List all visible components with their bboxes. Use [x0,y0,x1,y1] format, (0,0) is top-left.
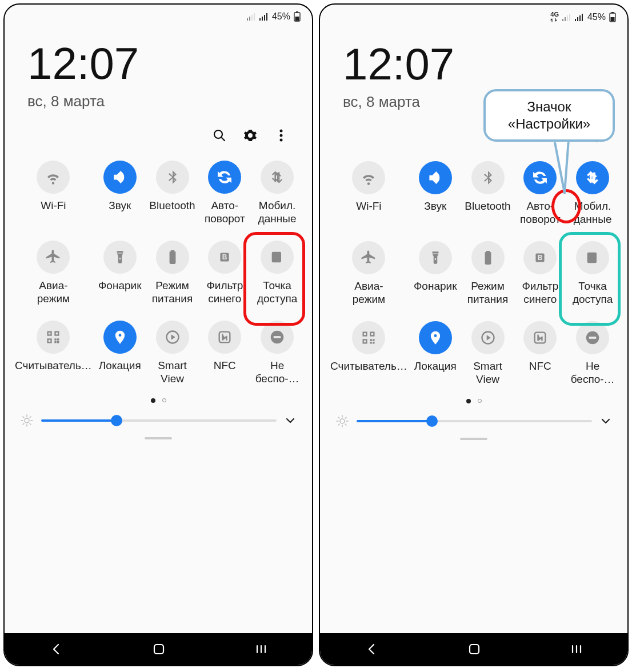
nav-bar [5,633,312,665]
smartview-icon[interactable] [471,321,505,354]
chevron-down-icon[interactable] [600,415,611,427]
airplane-icon[interactable] [37,241,70,274]
bluefilter-icon[interactable]: B [208,241,241,274]
tile-label: Мобил. данные [257,199,298,226]
tile-powermode[interactable]: Режим питания [462,238,514,313]
tile-flashlight[interactable]: Фонарик [94,237,146,313]
dnd-icon[interactable] [261,321,294,354]
bluetooth-icon[interactable] [156,161,189,194]
sound-icon[interactable] [103,161,137,194]
tile-label: Считыватель… [14,359,93,386]
svg-rect-0 [247,18,248,21]
tile-smartview[interactable]: Smart View [462,318,514,393]
airplane-icon[interactable] [352,241,385,274]
home-icon[interactable] [468,643,481,655]
slider-thumb[interactable] [426,415,438,427]
location-icon[interactable] [419,321,452,354]
drag-handle[interactable] [145,437,172,439]
action-row [5,116,312,153]
mobiledata-icon[interactable] [576,161,609,194]
tile-bluefilter[interactable]: BФильтр синего [199,237,250,313]
tile-location[interactable]: Локация [94,317,146,393]
brightness-slider[interactable] [357,420,592,422]
hotspot-icon[interactable] [261,241,294,274]
nfc-icon[interactable] [523,321,557,354]
wifi-icon[interactable] [352,161,385,194]
location-icon[interactable] [103,321,137,354]
tile-dnd[interactable]: Не беспо-… [251,317,303,393]
tile-qrscan[interactable]: Считыватель… [14,317,93,393]
tile-location[interactable]: Локация [410,318,461,393]
svg-rect-22 [57,338,59,341]
clock-time: 12:07 [27,41,289,86]
svg-rect-68 [370,342,373,344]
tile-wifi[interactable]: Wi-Fi [329,158,409,233]
bluefilter-icon[interactable]: B [523,241,557,274]
tile-autorotate[interactable]: Авто- поворот [199,157,250,233]
tile-sound[interactable]: Звук [94,157,146,233]
autorotate-icon[interactable] [208,161,241,194]
page-dots[interactable] [320,393,627,411]
powermode-icon[interactable] [156,241,189,274]
tile-mobiledata[interactable]: Мобил. данные [251,157,303,233]
more-icon[interactable] [273,127,289,143]
svg-rect-69 [373,342,375,344]
svg-line-12 [221,137,225,141]
tile-hotspot[interactable]: Точка доступа [251,237,303,313]
recents-icon[interactable] [570,643,583,655]
tile-powermode[interactable]: Режим питания [147,237,198,313]
hotspot-icon[interactable] [576,241,609,274]
sound-icon[interactable] [419,161,452,194]
tile-bluefilter[interactable]: BФильтр синего [514,238,566,313]
tile-sound[interactable]: Звук [410,158,461,233]
tile-flashlight[interactable]: Фонарик [410,238,461,313]
bluetooth-icon[interactable] [471,161,505,194]
tile-bluetooth[interactable]: Bluetooth [147,157,198,233]
tile-wifi[interactable]: Wi-Fi [14,157,93,233]
flashlight-icon[interactable] [103,241,137,274]
tile-smartview[interactable]: Smart View [147,317,198,393]
svg-rect-23 [55,341,57,343]
brightness-slider[interactable] [41,419,277,422]
svg-rect-7 [266,13,267,21]
tile-airplane[interactable]: Авиа- режим [14,237,93,313]
back-icon[interactable] [365,642,378,656]
wifi-icon[interactable] [37,161,70,194]
slider-thumb[interactable] [111,415,122,426]
search-icon[interactable] [211,127,227,143]
tile-airplane[interactable]: Авиа- режим [329,238,409,313]
recents-icon[interactable] [255,643,267,655]
tile-nfc[interactable]: NFC [514,318,566,393]
chevron-down-icon[interactable] [285,415,296,426]
drag-handle[interactable] [460,438,487,440]
dnd-icon[interactable] [576,321,609,354]
tile-label: Считыватель… [329,360,409,386]
gear-icon[interactable] [242,127,258,143]
tile-bluetooth[interactable]: Bluetooth [462,158,514,233]
nfc-icon[interactable] [208,321,241,354]
svg-rect-6 [264,15,265,21]
tile-hotspot[interactable]: Точка доступа [567,238,618,313]
flashlight-icon[interactable] [419,241,452,274]
svg-rect-31 [274,336,281,338]
svg-line-85 [345,417,346,418]
mobiledata-icon[interactable] [261,161,294,194]
qrscan-icon[interactable] [352,321,385,354]
tile-qrscan[interactable]: Считыватель… [329,318,409,393]
svg-rect-10 [295,17,299,21]
back-icon[interactable] [49,642,63,656]
smartview-icon[interactable] [156,321,189,354]
powermode-icon[interactable] [471,241,505,274]
svg-point-15 [280,139,283,142]
tile-label: Фильтр синего [521,280,559,306]
svg-line-39 [23,423,24,425]
home-icon[interactable] [153,643,165,655]
svg-rect-46 [565,17,566,21]
callout-tail [543,139,577,197]
page-dots[interactable] [5,393,312,411]
signal-weak-icon [562,13,571,21]
tile-dnd[interactable]: Не беспо-… [567,318,618,393]
qrscan-icon[interactable] [37,321,70,354]
tile-nfc[interactable]: NFC [199,317,250,393]
tile-label: Фильтр синего [205,279,244,306]
